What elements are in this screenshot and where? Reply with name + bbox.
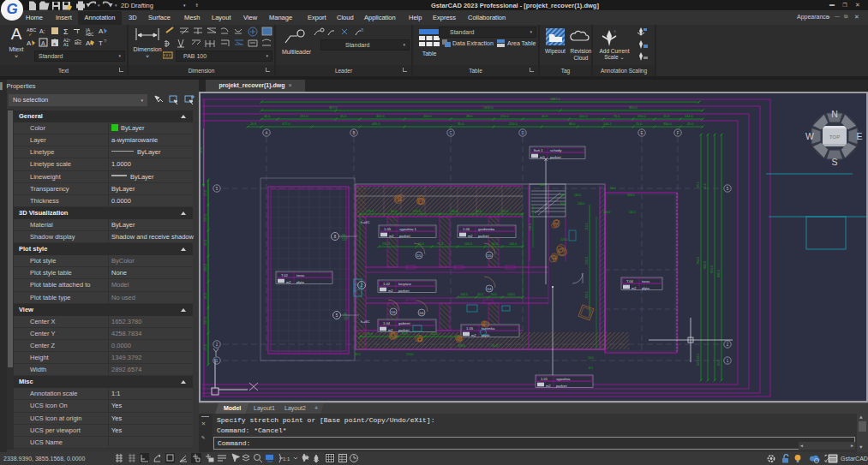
svg-text:170.0: 170.0	[406, 353, 414, 356]
svg-text:95: 95	[344, 313, 347, 316]
svg-text:95.0: 95.0	[717, 360, 721, 366]
svg-text:30.5: 30.5	[477, 293, 483, 296]
svg-text:D5: D5	[487, 253, 492, 258]
svg-text:ABC: ABC	[86, 33, 94, 37]
svg-text:parkiet: parkiet	[556, 384, 567, 388]
svg-text:35.0: 35.0	[355, 353, 361, 356]
svg-text:A: A	[41, 40, 45, 46]
svg-text:232.0: 232.0	[204, 317, 207, 325]
svg-text:B: B	[352, 131, 355, 135]
svg-text:110.5: 110.5	[585, 223, 589, 230]
svg-text:300.0: 300.0	[204, 264, 207, 271]
svg-text:220.0: 220.0	[509, 122, 518, 126]
svg-text:57.0: 57.0	[201, 147, 203, 153]
svg-text:232.0: 232.0	[204, 214, 207, 222]
svg-text:D6: D6	[391, 310, 396, 314]
svg-text:200.0: 200.0	[579, 115, 588, 118]
svg-text:gabinet: gabinet	[398, 321, 411, 325]
svg-text:m2: m2	[468, 234, 473, 238]
svg-text:m2: m2	[286, 280, 291, 284]
svg-text:m2: m2	[540, 155, 545, 159]
svg-text:✓: ✓	[28, 32, 33, 37]
svg-text:N: N	[831, 109, 838, 119]
svg-text:taras: taras	[642, 279, 650, 283]
svg-text:1.04: 1.04	[383, 321, 391, 325]
svg-text:330.0: 330.0	[663, 122, 672, 126]
svg-text:sypialnia 1: sypialnia 1	[399, 227, 416, 231]
svg-text:parkiet: parkiet	[398, 328, 410, 332]
svg-text:E: E	[856, 131, 862, 141]
svg-text:28.0: 28.0	[466, 115, 472, 118]
svg-text:75.0: 75.0	[614, 115, 620, 118]
svg-text:130.0: 130.0	[450, 210, 458, 213]
svg-text:60.0: 60.0	[492, 242, 498, 246]
svg-text:100.0: 100.0	[430, 332, 438, 336]
svg-text:m2: m2	[389, 234, 394, 238]
svg-text:105.0: 105.0	[464, 242, 472, 246]
svg-text:90.0: 90.0	[402, 332, 408, 336]
svg-text:1450.0: 1450.0	[483, 106, 494, 110]
svg-text:170.0: 170.0	[365, 332, 373, 336]
svg-text:350.0: 350.0	[629, 106, 638, 110]
svg-text:sypialnia: sypialnia	[556, 377, 571, 381]
svg-text:1:1: 1:1	[283, 456, 290, 462]
svg-text:60.0: 60.0	[560, 202, 566, 206]
svg-text:140.0: 140.0	[578, 202, 585, 206]
svg-text:235.0: 235.0	[382, 242, 390, 246]
svg-text:m2: m2	[388, 328, 393, 332]
svg-text:764.0: 764.0	[697, 257, 700, 265]
svg-text:102.5: 102.5	[529, 224, 532, 230]
svg-text:45.0: 45.0	[542, 115, 548, 118]
svg-text:D6: D6	[419, 311, 424, 315]
svg-text:880.0: 880.0	[717, 270, 721, 277]
svg-text:A: A	[27, 39, 32, 47]
svg-text:850.0: 850.0	[710, 265, 714, 273]
svg-text:435.0: 435.0	[372, 122, 380, 126]
svg-text:?: ?	[104, 39, 107, 44]
svg-text:parkiet: parkiet	[550, 155, 561, 159]
svg-text:116.5: 116.5	[585, 291, 589, 299]
svg-text:parkiet: parkiet	[398, 289, 410, 293]
svg-text:16.0: 16.0	[540, 183, 545, 187]
svg-text:hₓ=6C: hₓ=6C	[361, 320, 370, 324]
svg-text:60.0: 60.0	[418, 242, 424, 246]
svg-text:1.02: 1.02	[383, 282, 391, 286]
svg-text:232.0: 232.0	[300, 115, 308, 118]
svg-text:45.0: 45.0	[340, 115, 346, 118]
svg-text:155.0: 155.0	[413, 210, 421, 213]
svg-text:23.5 58.5: 23.5 58.5	[697, 354, 700, 366]
svg-text:TOP: TOP	[829, 134, 841, 140]
svg-text:57.0: 57.0	[204, 190, 207, 196]
svg-text:korytarz: korytarz	[398, 282, 411, 286]
svg-text:45.5: 45.5	[703, 183, 707, 189]
svg-text:parkiet: parkiet	[399, 234, 410, 238]
svg-text:D4: D4	[487, 287, 492, 291]
svg-text:A1: A1	[63, 42, 69, 47]
svg-text:T: T	[75, 27, 80, 35]
svg-text:100.5: 100.5	[460, 293, 468, 296]
svg-text:16.0: 16.0	[610, 187, 616, 190]
svg-text:-8.5: -8.5	[588, 367, 593, 370]
svg-text:m2: m2	[388, 289, 393, 293]
svg-text:m2: m2	[632, 286, 637, 290]
svg-text:200.0: 200.0	[638, 115, 646, 118]
svg-text:326.0: 326.0	[627, 194, 635, 197]
svg-text:25.0: 25.0	[687, 122, 693, 126]
svg-text:377.0: 377.0	[282, 122, 290, 126]
svg-text:1.05: 1.05	[466, 326, 474, 331]
svg-text:95.5: 95.5	[697, 182, 700, 188]
svg-text:93: 93	[342, 234, 345, 237]
svg-text:88.0: 88.0	[569, 122, 575, 126]
svg-text:155.0: 155.0	[500, 210, 508, 213]
svg-text:320.0: 320.0	[458, 344, 465, 348]
svg-text:400.0: 400.0	[376, 115, 385, 118]
svg-text:T: T	[99, 39, 103, 47]
svg-text:45.0: 45.0	[204, 240, 207, 246]
svg-text:parkiet: parkiet	[478, 234, 489, 238]
svg-text:▾: ▾	[115, 3, 117, 8]
svg-text:F: F	[677, 131, 679, 135]
svg-text:hₓ=6C: hₓ=6C	[361, 221, 370, 224]
svg-text:taras: taras	[296, 273, 304, 277]
svg-text:57.0: 57.0	[204, 344, 207, 350]
svg-text:200.0: 200.0	[423, 115, 432, 118]
